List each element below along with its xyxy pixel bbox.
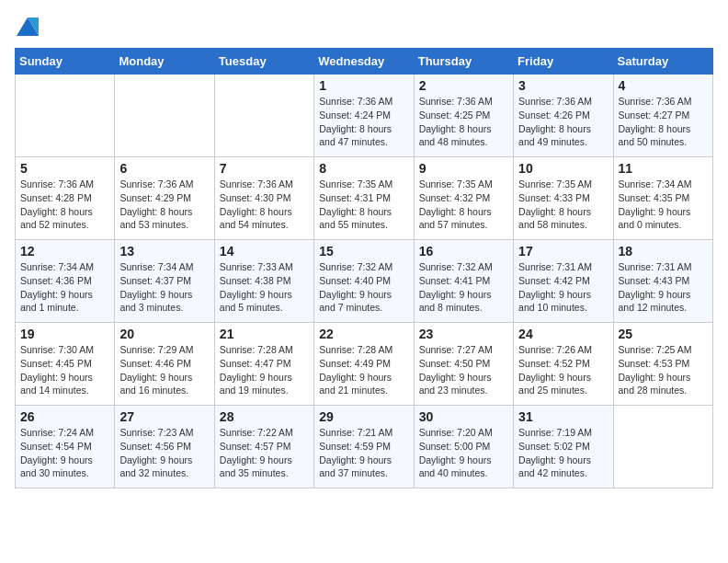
day-cell: 21Sunrise: 7:28 AM Sunset: 4:47 PM Dayli… — [214, 323, 313, 406]
page-header — [15, 15, 713, 37]
day-number: 15 — [319, 244, 408, 259]
day-cell: 24Sunrise: 7:26 AM Sunset: 4:52 PM Dayli… — [514, 323, 613, 406]
day-number: 31 — [518, 409, 608, 424]
header-day-friday: Friday — [514, 49, 613, 75]
day-cell: 13Sunrise: 7:34 AM Sunset: 4:37 PM Dayli… — [115, 240, 214, 323]
day-cell: 27Sunrise: 7:23 AM Sunset: 4:56 PM Dayli… — [115, 406, 214, 488]
day-number: 8 — [319, 161, 408, 176]
day-info: Sunrise: 7:36 AM Sunset: 4:26 PM Dayligh… — [518, 95, 608, 149]
day-number: 22 — [319, 327, 408, 341]
day-cell: 15Sunrise: 7:32 AM Sunset: 4:40 PM Dayli… — [314, 240, 414, 323]
day-info: Sunrise: 7:31 AM Sunset: 4:43 PM Dayligh… — [619, 260, 708, 315]
day-cell: 2Sunrise: 7:36 AM Sunset: 4:25 PM Daylig… — [414, 75, 513, 157]
day-number: 29 — [319, 409, 408, 424]
header-day-saturday: Saturday — [613, 49, 712, 75]
calendar-table: SundayMondayTuesdayWednesdayThursdayFrid… — [15, 48, 713, 488]
day-number: 30 — [419, 409, 508, 424]
day-number: 17 — [518, 244, 608, 259]
day-info: Sunrise: 7:32 AM Sunset: 4:41 PM Dayligh… — [419, 260, 508, 315]
day-number: 4 — [619, 78, 708, 93]
week-row-4: 19Sunrise: 7:30 AM Sunset: 4:45 PM Dayli… — [16, 323, 713, 406]
header-day-sunday: Sunday — [16, 49, 115, 75]
day-number: 26 — [20, 409, 109, 424]
day-number: 7 — [220, 161, 309, 176]
day-cell: 17Sunrise: 7:31 AM Sunset: 4:42 PM Dayli… — [514, 240, 613, 323]
day-info: Sunrise: 7:36 AM Sunset: 4:29 PM Dayligh… — [119, 178, 209, 232]
day-info: Sunrise: 7:34 AM Sunset: 4:35 PM Dayligh… — [619, 178, 708, 232]
day-number: 11 — [619, 161, 708, 176]
day-cell: 7Sunrise: 7:36 AM Sunset: 4:30 PM Daylig… — [214, 157, 313, 240]
day-cell: 5Sunrise: 7:36 AM Sunset: 4:28 PM Daylig… — [16, 157, 115, 240]
day-number: 20 — [119, 327, 209, 341]
day-number: 2 — [419, 78, 508, 93]
day-info: Sunrise: 7:19 AM Sunset: 5:02 PM Dayligh… — [518, 426, 608, 480]
day-number: 19 — [20, 327, 109, 341]
week-row-3: 12Sunrise: 7:34 AM Sunset: 4:36 PM Dayli… — [16, 240, 713, 323]
day-info: Sunrise: 7:27 AM Sunset: 4:50 PM Dayligh… — [419, 343, 508, 397]
header-day-wednesday: Wednesday — [314, 49, 414, 75]
calendar-header-row: SundayMondayTuesdayWednesdayThursdayFrid… — [16, 49, 713, 75]
day-info: Sunrise: 7:23 AM Sunset: 4:56 PM Dayligh… — [119, 426, 209, 480]
day-cell: 19Sunrise: 7:30 AM Sunset: 4:45 PM Dayli… — [16, 323, 115, 406]
day-info: Sunrise: 7:36 AM Sunset: 4:28 PM Dayligh… — [20, 178, 109, 232]
day-number: 23 — [419, 327, 508, 341]
day-number: 24 — [518, 327, 608, 341]
day-number: 10 — [518, 161, 608, 176]
day-info: Sunrise: 7:28 AM Sunset: 4:47 PM Dayligh… — [220, 343, 309, 397]
day-cell: 8Sunrise: 7:35 AM Sunset: 4:31 PM Daylig… — [314, 157, 414, 240]
header-day-monday: Monday — [115, 49, 214, 75]
day-cell: 29Sunrise: 7:21 AM Sunset: 4:59 PM Dayli… — [314, 406, 414, 488]
day-cell: 26Sunrise: 7:24 AM Sunset: 4:54 PM Dayli… — [16, 406, 115, 488]
day-number: 18 — [619, 244, 708, 259]
day-cell: 30Sunrise: 7:20 AM Sunset: 5:00 PM Dayli… — [414, 406, 513, 488]
day-info: Sunrise: 7:29 AM Sunset: 4:46 PM Dayligh… — [119, 343, 209, 397]
logo-icon — [17, 17, 39, 36]
day-cell: 11Sunrise: 7:34 AM Sunset: 4:35 PM Dayli… — [613, 157, 712, 240]
day-cell: 28Sunrise: 7:22 AM Sunset: 4:57 PM Dayli… — [214, 406, 313, 488]
day-info: Sunrise: 7:26 AM Sunset: 4:52 PM Dayligh… — [518, 343, 608, 397]
day-cell: 25Sunrise: 7:25 AM Sunset: 4:53 PM Dayli… — [613, 323, 712, 406]
day-cell — [115, 75, 214, 157]
day-info: Sunrise: 7:36 AM Sunset: 4:30 PM Dayligh… — [220, 178, 309, 232]
logo — [15, 15, 39, 37]
day-cell: 10Sunrise: 7:35 AM Sunset: 4:33 PM Dayli… — [514, 157, 613, 240]
day-info: Sunrise: 7:30 AM Sunset: 4:45 PM Dayligh… — [20, 343, 109, 397]
day-info: Sunrise: 7:35 AM Sunset: 4:32 PM Dayligh… — [419, 178, 508, 232]
day-cell: 12Sunrise: 7:34 AM Sunset: 4:36 PM Dayli… — [16, 240, 115, 323]
day-cell — [613, 406, 712, 488]
day-info: Sunrise: 7:28 AM Sunset: 4:49 PM Dayligh… — [319, 343, 408, 397]
day-info: Sunrise: 7:35 AM Sunset: 4:31 PM Dayligh… — [319, 178, 408, 232]
header-day-thursday: Thursday — [414, 49, 513, 75]
day-cell: 31Sunrise: 7:19 AM Sunset: 5:02 PM Dayli… — [514, 406, 613, 488]
week-row-5: 26Sunrise: 7:24 AM Sunset: 4:54 PM Dayli… — [16, 406, 713, 488]
week-row-1: 1Sunrise: 7:36 AM Sunset: 4:24 PM Daylig… — [16, 75, 713, 157]
day-cell: 4Sunrise: 7:36 AM Sunset: 4:27 PM Daylig… — [613, 75, 712, 157]
day-number: 1 — [319, 78, 408, 93]
day-number: 27 — [119, 409, 209, 424]
day-number: 21 — [220, 327, 309, 341]
day-cell: 16Sunrise: 7:32 AM Sunset: 4:41 PM Dayli… — [414, 240, 513, 323]
day-cell — [214, 75, 313, 157]
day-cell: 18Sunrise: 7:31 AM Sunset: 4:43 PM Dayli… — [613, 240, 712, 323]
day-number: 3 — [518, 78, 608, 93]
day-cell: 14Sunrise: 7:33 AM Sunset: 4:38 PM Dayli… — [214, 240, 313, 323]
day-number: 16 — [419, 244, 508, 259]
day-info: Sunrise: 7:20 AM Sunset: 5:00 PM Dayligh… — [419, 426, 508, 480]
day-cell: 9Sunrise: 7:35 AM Sunset: 4:32 PM Daylig… — [414, 157, 513, 240]
day-info: Sunrise: 7:36 AM Sunset: 4:27 PM Dayligh… — [619, 95, 708, 149]
day-cell: 20Sunrise: 7:29 AM Sunset: 4:46 PM Dayli… — [115, 323, 214, 406]
day-info: Sunrise: 7:31 AM Sunset: 4:42 PM Dayligh… — [518, 260, 608, 315]
day-cell: 6Sunrise: 7:36 AM Sunset: 4:29 PM Daylig… — [115, 157, 214, 240]
day-number: 28 — [220, 409, 309, 424]
day-cell: 3Sunrise: 7:36 AM Sunset: 4:26 PM Daylig… — [514, 75, 613, 157]
day-cell: 1Sunrise: 7:36 AM Sunset: 4:24 PM Daylig… — [314, 75, 414, 157]
day-info: Sunrise: 7:36 AM Sunset: 4:25 PM Dayligh… — [419, 95, 508, 149]
day-number: 14 — [220, 244, 309, 259]
day-info: Sunrise: 7:32 AM Sunset: 4:40 PM Dayligh… — [319, 260, 408, 315]
day-number: 25 — [619, 327, 708, 341]
day-info: Sunrise: 7:36 AM Sunset: 4:24 PM Dayligh… — [319, 95, 408, 149]
header-day-tuesday: Tuesday — [214, 49, 313, 75]
week-row-2: 5Sunrise: 7:36 AM Sunset: 4:28 PM Daylig… — [16, 157, 713, 240]
day-number: 13 — [119, 244, 209, 259]
day-info: Sunrise: 7:24 AM Sunset: 4:54 PM Dayligh… — [20, 426, 109, 480]
